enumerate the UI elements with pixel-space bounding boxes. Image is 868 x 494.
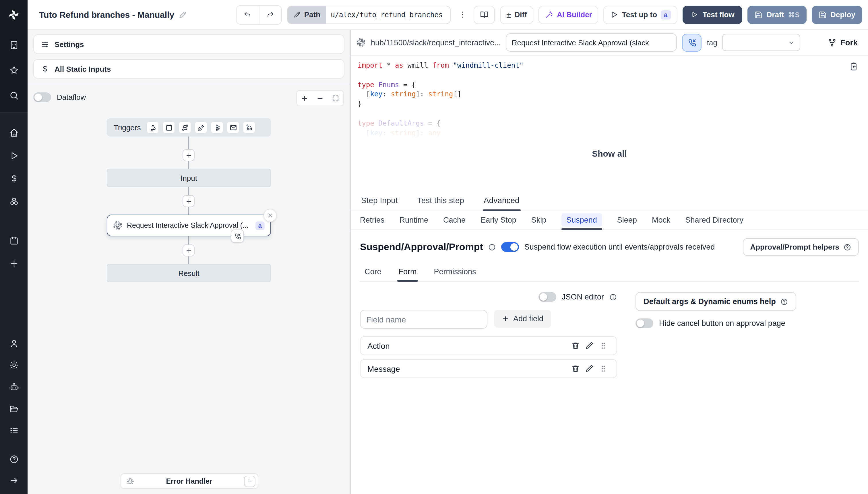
sidebar-item-help[interactable] (7, 452, 21, 466)
trigger-route-button[interactable] (179, 121, 191, 134)
advanced-tab-early-stop[interactable]: Early Stop (480, 211, 516, 229)
trigger-webhook-button[interactable] (146, 121, 159, 134)
show-all-code-button[interactable]: Show all (592, 149, 627, 158)
form-field-row: Message (360, 359, 617, 378)
help-icon (9, 454, 19, 464)
sidebar-item-list[interactable] (7, 423, 21, 437)
sidebar-item-gear[interactable] (7, 358, 21, 372)
add-field-button[interactable]: Add field (494, 310, 551, 328)
default-args-help-button[interactable]: Default args & Dynamic enums help (635, 292, 796, 311)
plus-icon (301, 94, 308, 102)
insert-step-button-1[interactable] (183, 149, 195, 161)
sidebar-item-play[interactable] (7, 149, 21, 163)
sidebar-item-cubes[interactable] (7, 194, 21, 208)
sidebar-item-folder[interactable] (7, 402, 21, 415)
tab-advanced[interactable]: Advanced (482, 190, 521, 211)
hub-script-path[interactable]: hub/11500/slack/request_interactive... (371, 38, 501, 47)
add-error-handler-button[interactable] (244, 475, 256, 487)
result-node[interactable]: Result (107, 264, 271, 282)
step-summary-input[interactable] (506, 33, 677, 52)
delete-node-button[interactable] (263, 209, 277, 222)
suspend-tab-core[interactable]: Core (363, 264, 383, 281)
info-icon[interactable] (488, 243, 496, 251)
drag-field-handle[interactable] (596, 339, 610, 353)
sidebar-item-search[interactable] (7, 88, 21, 102)
insert-step-button-3[interactable] (183, 244, 195, 256)
suspend-toggle-button[interactable] (682, 34, 702, 51)
error-handler-node[interactable]: Error Handler (121, 473, 258, 489)
zoom-in-button[interactable] (297, 91, 312, 106)
tab-test-this-step[interactable]: Test this step (416, 190, 465, 211)
trigger-kafka-button[interactable] (211, 121, 223, 134)
more-options-button[interactable] (456, 5, 468, 24)
sidebar-item-calendar[interactable] (7, 233, 21, 247)
hide-cancel-toggle[interactable] (635, 319, 653, 328)
delete-field-button[interactable] (568, 339, 582, 353)
sidebar-item-bot[interactable] (7, 380, 21, 394)
edit-title-pencil-icon[interactable] (178, 11, 186, 19)
advanced-tab-shared-directory[interactable]: Shared Directory (685, 211, 743, 229)
copy-code-button[interactable] (849, 62, 858, 72)
suspend-tab-form[interactable]: Form (398, 264, 418, 281)
redo-icon (266, 11, 274, 19)
info-icon[interactable] (609, 293, 617, 301)
approval-prompt-helpers-button[interactable]: Approval/Prompt helpers (742, 238, 859, 256)
ai-builder-button[interactable]: AI Builder (538, 5, 598, 24)
field-name-input[interactable] (360, 310, 487, 329)
all-static-inputs-button[interactable]: All Static Inputs (33, 59, 345, 79)
suspend-tab-permissions[interactable]: Permissions (433, 264, 477, 281)
dataflow-toggle[interactable] (33, 92, 51, 102)
windmill-logo[interactable] (0, 0, 27, 30)
trigger-mail-button[interactable] (227, 121, 239, 134)
advanced-tab-cache[interactable]: Cache (443, 211, 466, 229)
fit-view-button[interactable] (328, 91, 343, 106)
code-editor[interactable]: import * as wmill from "windmill-client"… (351, 56, 868, 148)
drag-field-handle[interactable] (596, 362, 610, 376)
test-flow-button[interactable]: Test flow (683, 5, 742, 24)
trigger-poll-button[interactable] (243, 121, 256, 134)
left-rail (0, 0, 27, 494)
sidebar-item-star[interactable] (7, 63, 21, 77)
tag-label: tag (707, 38, 717, 47)
deploy-button[interactable]: Deploy (811, 5, 862, 24)
advanced-tab-sleep[interactable]: Sleep (617, 211, 637, 229)
undo-button[interactable] (237, 5, 259, 24)
sidebar-item-home[interactable] (7, 126, 21, 139)
help-circle-icon (843, 243, 851, 251)
code-line: type Enums = { (358, 80, 861, 90)
path-input[interactable] (326, 6, 450, 23)
fork-button[interactable]: Fork (828, 38, 862, 47)
diff-button[interactable]: ±Diff (500, 5, 533, 24)
zoom-out-button[interactable] (312, 91, 328, 106)
save-icon (818, 11, 826, 19)
sidebar-item-dollar[interactable] (7, 172, 21, 185)
draft-button[interactable]: Draft⌘S (748, 5, 807, 24)
advanced-tab-retries[interactable]: Retries (360, 211, 385, 229)
tag-select[interactable] (722, 34, 800, 51)
flow-settings-button[interactable]: Settings (33, 34, 345, 54)
advanced-tab-mock[interactable]: Mock (652, 211, 670, 229)
test-up-to-button[interactable]: Test up toa (604, 5, 678, 24)
docs-button[interactable] (474, 5, 495, 24)
sidebar-item-building[interactable] (7, 38, 21, 52)
advanced-tab-runtime[interactable]: Runtime (400, 211, 428, 229)
insert-step-button-2[interactable] (183, 195, 195, 207)
edit-field-button[interactable] (582, 362, 596, 376)
sidebar-item-arrow-right[interactable] (7, 473, 21, 487)
json-editor-toggle[interactable] (539, 292, 557, 302)
trigger-calendar-button[interactable] (163, 121, 175, 134)
plus-minus-icon: ± (506, 10, 511, 19)
advanced-tab-suspend[interactable]: Suspend (561, 211, 602, 229)
slack-approval-node[interactable]: Request Interactive Slack Approval (... … (107, 214, 271, 236)
tab-step-input[interactable]: Step Input (360, 190, 399, 211)
redo-button[interactable] (259, 5, 281, 24)
input-node[interactable]: Input (107, 169, 271, 187)
sidebar-item-plus[interactable] (7, 256, 21, 270)
trigger-plug-button[interactable] (195, 121, 207, 134)
edit-field-button[interactable] (582, 339, 596, 353)
advanced-tab-skip[interactable]: Skip (531, 211, 547, 229)
delete-field-button[interactable] (568, 362, 582, 376)
triggers-node[interactable]: Triggers (107, 118, 271, 136)
sidebar-item-user[interactable] (7, 336, 21, 350)
suspend-enable-toggle[interactable] (501, 242, 519, 252)
